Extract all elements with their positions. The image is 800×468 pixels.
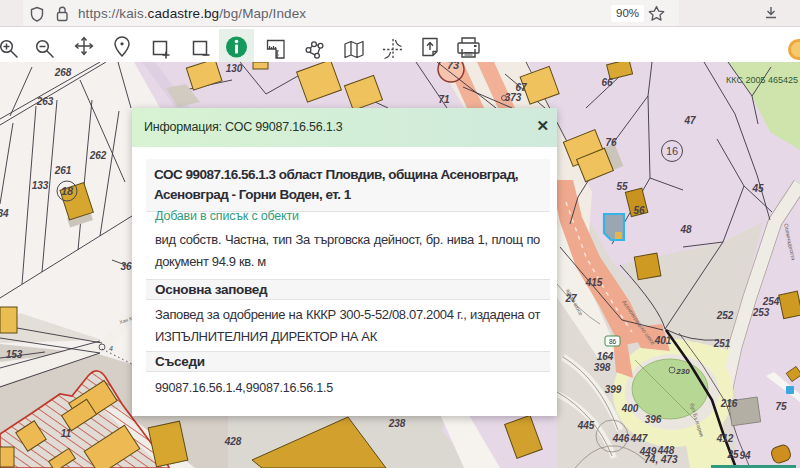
svg-text:47: 47 [683,115,696,126]
svg-text:400: 400 [621,403,639,414]
svg-text:399: 399 [605,384,622,395]
svg-text:251: 251 [713,338,731,349]
svg-text:66: 66 [601,77,613,88]
svg-text:18: 18 [61,185,74,197]
svg-text:216: 216 [720,398,738,409]
svg-text:34: 34 [0,208,9,219]
svg-text:94: 94 [739,450,751,461]
svg-text:71: 71 [438,94,450,105]
svg-text:11: 11 [61,428,72,439]
svg-text:396: 396 [645,414,662,425]
svg-text:74, 473: 74, 473 [644,454,678,465]
svg-text:261: 261 [54,165,72,176]
svg-text:253: 253 [752,307,770,318]
svg-text:262: 262 [89,150,107,161]
svg-text:36: 36 [120,261,132,272]
svg-text:4: 4 [109,345,113,352]
svg-text:446: 446 [612,433,630,444]
svg-text:445: 445 [577,420,595,431]
svg-text:263: 263 [36,96,54,107]
svg-text:373: 373 [505,92,522,103]
svg-text:252: 252 [716,310,734,321]
svg-text:238: 238 [388,418,406,429]
svg-text:164: 164 [597,351,614,362]
svg-text:133: 133 [32,180,49,191]
svg-text:415: 415 [585,277,603,288]
svg-text:86: 86 [609,338,617,345]
svg-text:230: 230 [675,367,690,376]
svg-text:412: 412 [716,433,734,444]
svg-text:25: 25 [726,449,739,460]
svg-text:48: 48 [679,224,692,235]
svg-text:428: 428 [224,436,242,447]
svg-text:398: 398 [594,362,611,373]
svg-text:55: 55 [616,181,628,192]
svg-text:76: 76 [605,137,617,148]
svg-text:56: 56 [633,205,645,216]
svg-text:153: 153 [6,349,23,360]
svg-text:401: 401 [654,335,672,346]
svg-text:447: 447 [630,433,648,444]
svg-text:45: 45 [751,183,764,194]
svg-text:ККС 2005 465425: ККС 2005 465425 [726,75,798,85]
svg-text:254: 254 [762,296,780,307]
svg-text:268: 268 [54,67,72,78]
svg-text:75: 75 [775,401,787,412]
svg-text:16: 16 [666,145,678,157]
